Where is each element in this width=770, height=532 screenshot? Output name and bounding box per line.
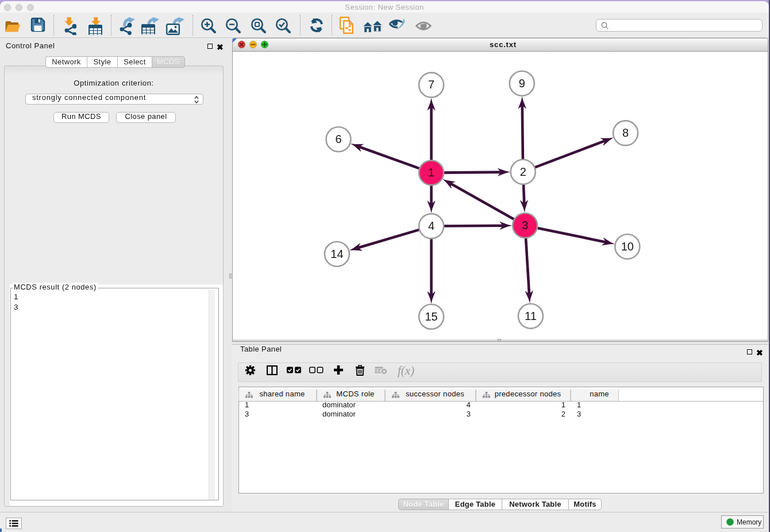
svg-text:6: 6 (335, 133, 341, 145)
svg-text:14: 14 (330, 248, 343, 260)
svg-text:10: 10 (621, 240, 634, 253)
svg-text:15: 15 (425, 310, 437, 323)
svg-text:7: 7 (428, 78, 434, 91)
svg-text:11: 11 (525, 310, 537, 322)
svg-text:2: 2 (520, 165, 526, 178)
svg-text:4: 4 (428, 219, 434, 232)
svg-text:3: 3 (522, 219, 528, 232)
svg-text:8: 8 (622, 126, 629, 139)
svg-text:1: 1 (428, 166, 434, 179)
svg-text:9: 9 (519, 77, 525, 90)
